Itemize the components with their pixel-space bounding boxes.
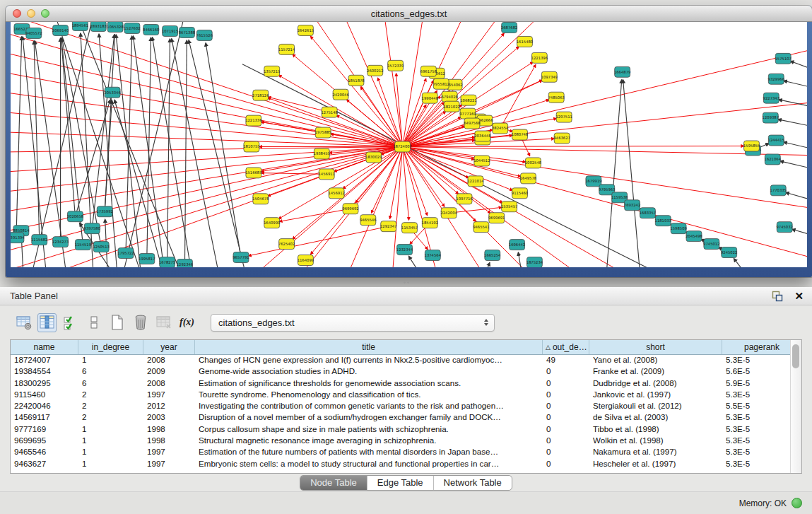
panel-splitter[interactable] (0, 277, 812, 287)
table-cell: Yano et al. (2008) (589, 354, 722, 366)
table-row[interactable]: 969969511998Structural magnetic resonanc… (11, 435, 791, 446)
table-cell: 1 (78, 458, 143, 469)
network-node-label: 2642615 (298, 28, 314, 33)
combo-arrows-icon (484, 319, 490, 326)
zoom-window-button[interactable] (41, 9, 49, 18)
table-scrollbar[interactable] (790, 340, 801, 473)
column-header-name[interactable]: name (11, 340, 78, 354)
table-row[interactable]: 977716911998Corpus callosum shape and si… (11, 424, 791, 435)
table-cell: 1 (78, 424, 143, 435)
table-tabs: Node TableEdge TableNetwork Table (300, 475, 512, 491)
network-node-label: 1275148 (321, 110, 337, 115)
scrollbar-thumb[interactable] (792, 344, 799, 368)
function-builder-button[interactable]: f(x) (177, 313, 196, 332)
network-node-label: 1044512 (473, 158, 490, 163)
network-edge (790, 62, 807, 71)
tab-edge-table[interactable]: Edge Table (367, 476, 433, 490)
network-edge (172, 39, 225, 267)
column-header-short[interactable]: short (589, 340, 722, 354)
network-edge (784, 142, 807, 150)
table-cell: Estimation of the future numbers of pati… (195, 446, 543, 457)
table-cell: Wolkin et al. (1998) (589, 435, 722, 446)
table-cell: 1 (78, 354, 143, 366)
table-cell: 0 (543, 389, 589, 400)
network-node-label: 1649578 (520, 176, 536, 180)
table-cell: Tourette syndrome. Phenomenology and cla… (195, 389, 543, 400)
network-node-label: 7485063 (548, 95, 564, 100)
network-node-label: 1821022 (443, 105, 459, 109)
network-node-label: 8466160 (143, 28, 159, 32)
delete-table-button[interactable] (154, 313, 173, 332)
network-node-label: 1894561 (72, 23, 88, 28)
network-node-label: 2069140 (52, 28, 69, 33)
network-node-label: 1297511 (555, 115, 572, 119)
table-cell: 1998 (143, 424, 195, 435)
network-canvas[interactable]: 1665233940557220691401894561289318310653… (11, 22, 807, 267)
close-window-button[interactable] (13, 9, 21, 18)
tab-network-table[interactable]: Network Table (433, 476, 512, 490)
network-node-label: 9777169 (459, 112, 476, 116)
network-node-label: 9245022 (721, 250, 737, 255)
network-window-titlebar[interactable]: citations_edges.txt (6, 6, 812, 22)
column-header-title[interactable]: title (195, 340, 543, 354)
network-edge (114, 100, 172, 267)
show-columns-button[interactable] (37, 313, 57, 332)
table-cell: 5.3E-5 (722, 458, 791, 469)
column-header-in_degree[interactable]: in_degree (78, 340, 143, 354)
close-panel-icon[interactable]: ✕ (794, 291, 804, 301)
table-row[interactable]: 2242004622012Investigating the contribut… (11, 400, 791, 411)
table-cell: 5.3E-5 (722, 389, 791, 400)
network-node-label: 9115460 (512, 191, 528, 195)
network-node-label: 1504678 (252, 197, 269, 201)
network-node-label: 1154519 (75, 243, 91, 247)
window-title: citations_edges.txt (6, 8, 812, 19)
selection-boxes-button[interactable] (84, 313, 103, 332)
table-cell: Corpus callosum shape and size in male p… (195, 424, 543, 435)
network-edge (734, 259, 769, 267)
network-edge (403, 146, 503, 202)
table-row[interactable]: 1830029562008Estimation of significance … (11, 378, 791, 389)
table-cell: 9699695 (11, 435, 78, 446)
network-edge (221, 146, 402, 267)
table-selector-value: citations_edges.txt (216, 317, 484, 328)
table-row[interactable]: 911546021997Tourette syndrome. Phenomeno… (11, 389, 791, 400)
table-row[interactable]: 1872400712008Changes of HCN gene express… (11, 354, 791, 366)
table-cell: 49 (543, 354, 589, 366)
table-cell: 5.3E-5 (722, 424, 791, 435)
table-cell: 0 (543, 435, 589, 446)
delete-column-button[interactable] (131, 313, 150, 332)
network-edge (61, 38, 75, 216)
network-node-label: 1621064 (765, 157, 782, 161)
network-node-label: 1595855 (743, 144, 760, 148)
network-edge (11, 146, 403, 258)
minimize-window-button[interactable] (27, 9, 35, 18)
table-cell: 1 (78, 435, 143, 446)
float-panel-icon[interactable] (771, 290, 783, 302)
column-header-out_de[interactable]: △out_de… (543, 340, 589, 354)
network-node-label: 7955812 (433, 82, 449, 86)
table-header-row: namein_degreeyeartitle△out_de…shortpager… (11, 340, 801, 355)
network-node-label: 1995817 (139, 257, 155, 261)
network-node-label: 1516685 (245, 170, 261, 175)
table-cell: 1998 (143, 435, 195, 446)
network-node-label: 1598509 (670, 226, 686, 230)
table-mode-button[interactable] (14, 313, 33, 332)
tab-node-table[interactable]: Node Table (300, 476, 367, 490)
network-node-label: 1181933 (655, 218, 671, 223)
network-edge (206, 43, 241, 257)
table-cell: 2008 (143, 378, 195, 389)
table-cell: 5.3E-5 (722, 435, 791, 446)
table-selector[interactable]: citations_edges.txt (211, 314, 495, 332)
column-header-year[interactable]: year (143, 340, 195, 354)
table-row[interactable]: 946554611997Estimation of the future num… (11, 446, 791, 457)
table-cell: 0 (543, 446, 589, 457)
select-all-button[interactable] (61, 313, 80, 332)
table-row[interactable]: 946362711997Embryonic stem cells: a mode… (11, 458, 791, 469)
create-column-button[interactable] (107, 313, 126, 332)
table-row[interactable]: 1456911722003Disruption of a novel membe… (11, 411, 791, 423)
table-row[interactable]: 1938455462009Genome-wide association stu… (11, 366, 791, 377)
network-node-label: 9699692 (342, 206, 358, 211)
network-node-label: 1735992 (96, 209, 112, 214)
table-cell: 1997 (143, 389, 195, 400)
table-cell: 9115460 (11, 389, 78, 400)
